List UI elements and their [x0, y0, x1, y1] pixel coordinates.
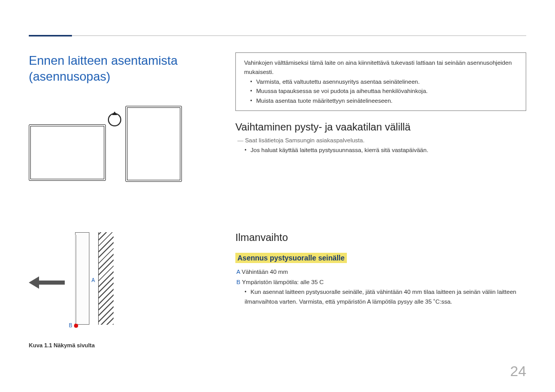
monitor-side-icon — [75, 232, 89, 325]
svg-point-0 — [108, 114, 121, 126]
svg-rect-2 — [38, 281, 65, 285]
warning-item: Muussa tapauksessa se voi pudota ja aihe… — [250, 86, 517, 96]
gap-label-a: A — [91, 277, 95, 283]
right-column: Vahinkojen välttämiseksi tämä laite on a… — [235, 52, 526, 348]
label-b: B — [69, 323, 72, 328]
spec-a: A Vähintään 40 mm — [236, 267, 526, 277]
spec-b: B Ympäristön lämpötila: alle 35 C — [236, 277, 526, 288]
portrait-outline-icon — [125, 106, 182, 182]
header-rule-accent — [29, 35, 72, 36]
left-column: Ennen laitteen asentamista (asennusopas)… — [29, 52, 229, 348]
warning-item: Muista asentaa tuote määritettyyn seinät… — [250, 96, 517, 105]
ventilation-item: Kun asennat laitteen pystysuoralle seinä… — [245, 287, 526, 306]
switching-item: Jos haluat käyttää laitetta pystysuunnas… — [245, 145, 526, 155]
ventilation-subheading: Asennus pystysuoralle seinälle — [235, 253, 347, 263]
orientation-figure — [29, 99, 229, 191]
wall-hatch-icon — [98, 232, 114, 325]
switching-heading: Vaihtaminen pysty- ja vaakatilan välillä — [235, 121, 526, 133]
landscape-outline-icon — [29, 124, 106, 181]
page-number: 24 — [510, 363, 526, 380]
svg-marker-3 — [29, 276, 39, 289]
warning-item: Varmista, että valtuutettu asennusyritys… — [250, 77, 517, 86]
dot-marker-icon — [74, 324, 78, 328]
rotate-ccw-icon — [106, 111, 123, 128]
spec-b-text: Ympäristön lämpötila: alle 35 C — [240, 279, 324, 285]
spec-b-key: B — [236, 279, 240, 285]
section-title: Ennen laitteen asentamista (asennusopas) — [29, 52, 229, 84]
sideview-figure: A B — [29, 232, 229, 335]
ventilation-heading: Ilmanvaihto — [235, 232, 526, 244]
spec-a-text: Vähintään 40 mm — [240, 269, 288, 275]
warning-box: Vahinkojen välttämiseksi tämä laite on a… — [235, 52, 526, 111]
switching-note: Saat lisätietoja Samsungin asiakaspalvel… — [237, 137, 526, 143]
spec-a-key: A — [236, 269, 240, 275]
warning-intro: Vahinkojen välttämiseksi tämä laite on a… — [244, 58, 517, 77]
figure-caption: Kuva 1.1 Näkymä sivulta — [29, 342, 229, 348]
header-rule — [72, 35, 526, 36]
arrow-left-icon — [29, 276, 65, 289]
manual-page: Ennen laitteen asentamista (asennusopas)… — [0, 0, 555, 392]
